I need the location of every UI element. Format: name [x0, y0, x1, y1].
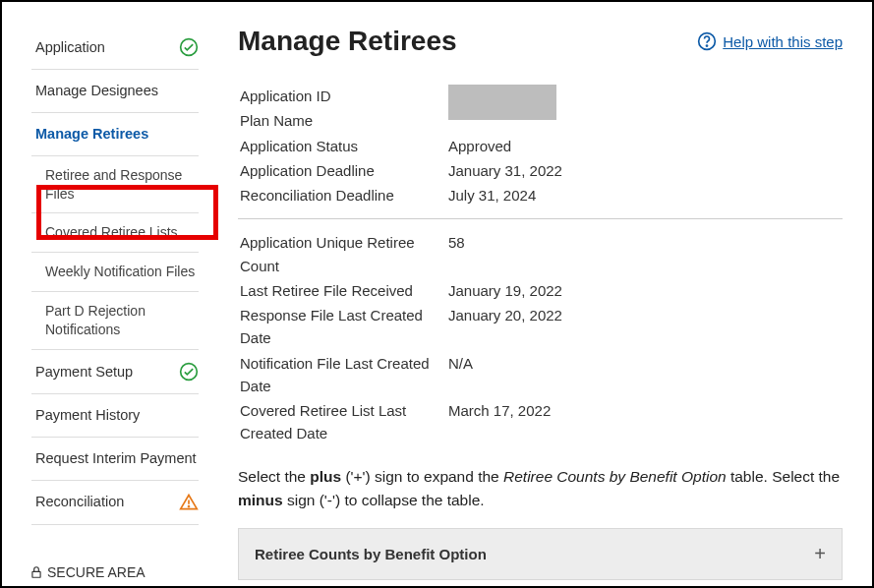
- sidebar-item-manage-retirees[interactable]: Manage Retirees: [31, 113, 199, 156]
- help-circle-icon: [697, 31, 717, 51]
- sidebar-item-label: Reconciliation: [35, 493, 124, 511]
- sidebar-item-label: Manage Retirees: [35, 125, 148, 144]
- detail-label: Plan Name: [240, 109, 446, 132]
- sidebar-item-label: Request Interim Payment: [35, 449, 197, 468]
- detail-label: Last Retiree File Received: [240, 279, 446, 302]
- sidebar-sub-partd[interactable]: Part D Rejection Notifications: [31, 292, 199, 350]
- secure-area-badge: SECURE AREA: [29, 564, 146, 580]
- sidebar-item-label: Application: [35, 38, 105, 57]
- detail-value: Approved: [448, 135, 841, 157]
- sidebar-sub-covered-lists[interactable]: Covered Retiree Lists: [31, 213, 199, 253]
- detail-value: March 17, 2022: [448, 399, 841, 445]
- detail-value: January 31, 2022: [448, 159, 841, 182]
- sidebar-item-label: Weekly Notification Files: [45, 264, 195, 279]
- sidebar-item-label: Covered Retiree Lists: [45, 224, 178, 240]
- page-title: Manage Retirees: [238, 26, 457, 57]
- detail-label: Application Unique Retiree Count: [240, 231, 446, 277]
- sidebar-sub-retiree-files[interactable]: Retiree and Response Files: [31, 156, 199, 214]
- details-table-2: Application Unique Retiree Count 58 Last…: [238, 229, 843, 446]
- sidebar-sub-weekly-notif[interactable]: Weekly Notification Files: [31, 253, 199, 292]
- sidebar-item-payment-setup[interactable]: Payment Setup: [31, 350, 199, 394]
- svg-rect-6: [32, 571, 40, 577]
- sidebar-item-label: Payment History: [35, 406, 140, 425]
- sidebar-item-request-interim[interactable]: Request Interim Payment: [31, 438, 199, 481]
- expand-label: Retiree Counts by Benefit Option: [255, 546, 487, 562]
- detail-value: 58: [448, 231, 841, 277]
- detail-value: N/A: [448, 352, 841, 398]
- check-circle-icon: [179, 362, 199, 382]
- svg-point-5: [707, 45, 708, 46]
- svg-point-0: [181, 39, 198, 56]
- secure-area-label: SECURE AREA: [47, 564, 146, 580]
- detail-label: Application ID: [240, 85, 446, 107]
- details-table: Application ID Plan Name Application Sta…: [238, 83, 843, 208]
- sidebar-item-label: Payment Setup: [35, 363, 133, 382]
- sidebar-item-label: Part D Rejection Notifications: [45, 303, 146, 337]
- help-link[interactable]: Help with this step: [697, 31, 843, 51]
- svg-point-1: [181, 364, 198, 381]
- sidebar: Application Manage Designees Manage Reti…: [31, 26, 199, 553]
- sidebar-item-label: Retiree and Response Files: [45, 167, 182, 202]
- sidebar-item-payment-history[interactable]: Payment History: [31, 394, 199, 438]
- main-content: Manage Retirees Help with this step Appl…: [199, 26, 843, 553]
- sidebar-item-reconciliation[interactable]: Reconciliation: [31, 481, 199, 525]
- detail-label: Application Deadline: [240, 159, 446, 182]
- detail-label: Application Status: [240, 135, 446, 157]
- plus-icon: +: [814, 543, 826, 565]
- instruction-text: Select the plus ('+') sign to expand the…: [238, 465, 843, 512]
- lock-icon: [29, 565, 43, 579]
- detail-value: January 20, 2022: [448, 304, 841, 350]
- detail-label: Response File Last Created Date: [240, 304, 446, 350]
- svg-point-3: [189, 505, 190, 506]
- detail-label: Notification File Last Created Date: [240, 352, 446, 398]
- detail-label: Reconciliation Deadline: [240, 184, 446, 206]
- check-circle-icon: [179, 37, 199, 57]
- divider: [238, 218, 843, 219]
- sidebar-item-application[interactable]: Application: [31, 26, 199, 70]
- help-link-label: Help with this step: [723, 33, 843, 50]
- detail-value: July 31, 2024: [448, 184, 841, 206]
- detail-label: Covered Retiree List Last Created Date: [240, 399, 446, 445]
- warning-triangle-icon: [179, 493, 199, 512]
- detail-value-redacted: [448, 85, 841, 133]
- sidebar-item-manage-designees[interactable]: Manage Designees: [31, 70, 199, 113]
- sidebar-item-label: Manage Designees: [35, 82, 158, 100]
- expand-retiree-counts[interactable]: Retiree Counts by Benefit Option +: [238, 528, 843, 580]
- detail-value: January 19, 2022: [448, 279, 841, 302]
